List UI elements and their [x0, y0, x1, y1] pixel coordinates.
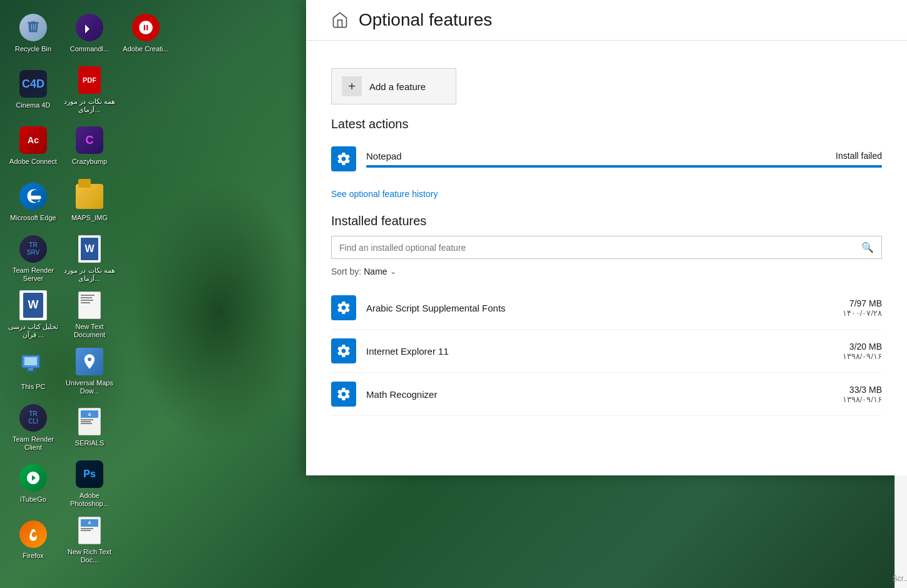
installed-features-list: Arabic Script Supplemental Fonts 7/97 MB…	[331, 286, 882, 416]
icon-label-cinema4d: Cinema 4D	[16, 101, 50, 109]
svg-rect-2	[28, 368, 33, 370]
math-recognizer-meta: 33/3 MB ۱۳۹۸/۰۹/۱۶	[843, 385, 882, 404]
desktop-icon-crazybump[interactable]: C Crazybump	[61, 118, 118, 174]
desktop-icon-word-doc2[interactable]: W همه نکات در مورد آزمای...	[61, 230, 118, 286]
arabic-fonts-date: ۱۴۰۰/۰۷/۲۸	[843, 308, 882, 318]
math-recognizer-size: 33/3 MB	[843, 385, 882, 395]
icon-label-crazybump: Crazybump	[72, 158, 107, 166]
arabic-fonts-icon	[331, 295, 356, 320]
plus-icon: +	[342, 76, 362, 96]
icon-label-new-rich-text: New Rich Text Doc...	[64, 548, 115, 564]
desktop-icon-adobe-photoshop[interactable]: Ps Adobe Photoshop...	[61, 455, 118, 512]
desktop-icon-word-doc1[interactable]: W تحلیل کتاب درسی قرآن ...	[5, 286, 61, 343]
desktop-icon-firefox[interactable]: Firefox	[5, 512, 61, 568]
icon-label-this-pc: This PC	[21, 383, 45, 391]
sort-label: Sort by:	[331, 266, 361, 276]
icon-label-maps-img: MAPS_IMG	[71, 214, 108, 222]
icon-label-word-doc1: تحلیل کتاب درسی قرآن ...	[8, 323, 59, 339]
desktop-icon-microsoft-edge[interactable]: Microsoft Edge	[5, 174, 61, 230]
desktop-icon-team-render-server[interactable]: TRSRV Team Render Server	[5, 230, 61, 286]
latest-actions-title: Latest actions	[331, 117, 882, 131]
add-feature-button[interactable]: + Add a feature	[331, 68, 456, 104]
optional-feature-history-link[interactable]: See optional feature history	[331, 189, 882, 199]
sort-row: Sort by: Name ⌄	[331, 266, 882, 276]
icon-label-pdf-doc: همه نکات در مورد آزمای...	[64, 98, 115, 114]
ie11-details: Internet Explorer 11	[366, 346, 833, 357]
desktop-icons-area: Recycle Bin C4D Cinema 4D Ac Adobe Conne…	[0, 0, 188, 588]
search-input[interactable]	[339, 243, 856, 253]
arabic-fonts-meta: 7/97 MB ۱۴۰۰/۰۷/۲۸	[843, 298, 882, 318]
feature-item-ie11[interactable]: Internet Explorer 11 3/20 MB ۱۳۹۸/۰۹/۱۶	[331, 330, 882, 373]
chevron-down-icon[interactable]: ⌄	[390, 267, 396, 276]
desktop: Recycle Bin C4D Cinema 4D Ac Adobe Conne…	[0, 0, 907, 588]
math-recognizer-icon	[331, 382, 356, 407]
scroll-text: Scr...	[893, 574, 907, 583]
icon-label-firefox: Firefox	[23, 552, 44, 560]
math-recognizer-date: ۱۳۹۸/۰۹/۱۶	[843, 395, 882, 404]
feature-item-arabic-fonts[interactable]: Arabic Script Supplemental Fonts 7/97 MB…	[331, 286, 882, 330]
ie11-size: 3/20 MB	[843, 342, 882, 352]
svg-rect-3	[26, 370, 36, 372]
icon-label-microsoft-edge: Microsoft Edge	[10, 214, 56, 222]
svg-rect-1	[24, 357, 37, 365]
icon-label-universal-maps: Universal Maps Dow...	[64, 379, 115, 395]
action-info-notepad: Notepad Install failed	[366, 151, 882, 168]
icon-label-team-render-server: Team Render Server	[8, 266, 59, 283]
progress-bar-notepad	[366, 165, 882, 168]
icon-label-serials: SERIALS	[75, 439, 104, 447]
icon-label-recycle-bin: Recycle Bin	[15, 45, 51, 53]
arabic-fonts-details: Arabic Script Supplemental Fonts	[366, 303, 833, 313]
ie11-name: Internet Explorer 11	[366, 346, 833, 357]
desktop-icon-commandl[interactable]: Commandl...	[61, 5, 118, 61]
search-icon: 🔍	[861, 241, 874, 253]
desktop-icon-cinema4d[interactable]: C4D Cinema 4D	[5, 61, 61, 118]
desktop-icon-adobe-creative[interactable]: Adobe Creati...	[118, 5, 174, 61]
arabic-fonts-name: Arabic Script Supplemental Fonts	[366, 303, 833, 313]
desktop-icon-new-text-doc[interactable]: New Text Document	[61, 286, 118, 343]
icon-label-adobe-connect: Adobe Connect	[9, 158, 57, 166]
desktop-icon-this-pc[interactable]: This PC	[5, 343, 61, 399]
math-recognizer-details: Math Recognizer	[366, 389, 833, 400]
notepad-feature-icon	[331, 146, 356, 171]
desktop-icon-universal-maps[interactable]: Universal Maps Dow...	[61, 343, 118, 399]
math-recognizer-name: Math Recognizer	[366, 389, 833, 400]
desktop-icon-pdf-doc[interactable]: PDF همه نکات در مورد آزمای...	[61, 61, 118, 118]
ie11-meta: 3/20 MB ۱۳۹۸/۰۹/۱۶	[843, 342, 882, 361]
action-name-notepad: Notepad	[366, 151, 402, 161]
panel-title: Optional features	[359, 10, 492, 30]
panel-header: Optional features	[306, 0, 907, 41]
desktop-icon-recycle-bin[interactable]: Recycle Bin	[5, 5, 61, 61]
progress-bar-fill-notepad	[366, 165, 882, 168]
ie11-icon	[331, 338, 356, 363]
icon-label-adobe-creative: Adobe Creati...	[123, 45, 168, 53]
desktop-icon-maps-img[interactable]: MAPS_IMG	[61, 174, 118, 230]
action-item-notepad: Notepad Install failed	[331, 139, 882, 179]
optional-features-panel: Optional features + Add a feature Latest…	[306, 0, 907, 475]
search-box: 🔍	[331, 236, 882, 259]
icon-label-commandl: Commandl...	[70, 45, 109, 53]
icon-label-new-text-doc: New Text Document	[64, 323, 115, 339]
right-scroll-hint: Scr...	[894, 475, 907, 588]
feature-item-math-recognizer[interactable]: Math Recognizer 33/3 MB ۱۳۹۸/۰۹/۱۶	[331, 373, 882, 416]
icon-label-team-render-client: Team Render Client	[8, 435, 59, 452]
desktop-icon-itubego[interactable]: iTubeGo	[5, 455, 61, 512]
icon-label-word-doc2: همه نکات در مورد آزمای...	[64, 266, 115, 283]
desktop-icon-team-render-client[interactable]: TRCLI Team Render Client	[5, 399, 61, 455]
installed-features-title: Installed features	[331, 214, 882, 228]
action-status-notepad: Install failed	[836, 151, 882, 161]
desktop-icon-new-rich-text[interactable]: A New Rich Text Doc...	[61, 512, 118, 568]
arabic-fonts-size: 7/97 MB	[843, 298, 882, 308]
home-icon[interactable]	[331, 11, 349, 29]
sort-value[interactable]: Name	[364, 266, 387, 276]
desktop-icon-serials[interactable]: A SERIALS	[61, 399, 118, 455]
ie11-date: ۱۳۹۸/۰۹/۱۶	[843, 352, 882, 361]
add-feature-label: Add a feature	[369, 81, 426, 92]
icon-label-adobe-photoshop: Adobe Photoshop...	[64, 492, 115, 508]
icon-label-itubego: iTubeGo	[20, 495, 46, 504]
desktop-icon-adobe-connect[interactable]: Ac Adobe Connect	[5, 118, 61, 174]
